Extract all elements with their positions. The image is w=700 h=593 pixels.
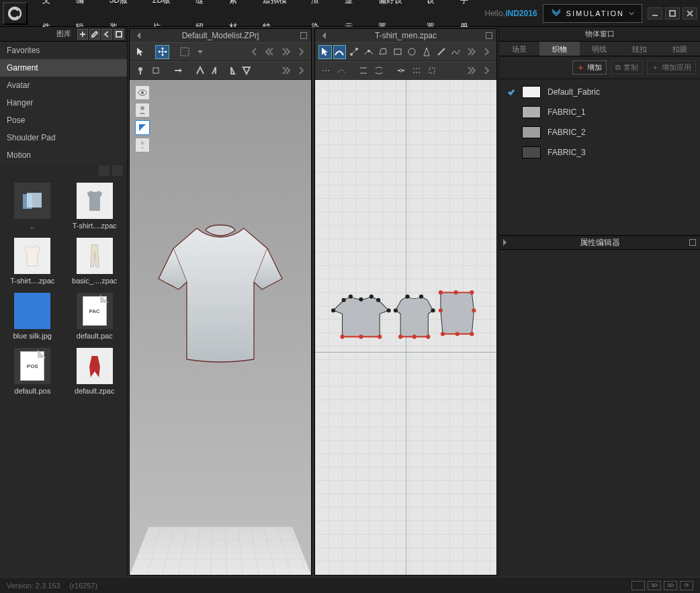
nav2b-next2-icon[interactable] — [464, 64, 478, 78]
align-tool-icon[interactable] — [171, 64, 185, 78]
fold-tool2-icon[interactable] — [208, 64, 222, 78]
nav-next-icon[interactable] — [294, 45, 308, 59]
library-item-default-pac[interactable]: PAC default.pac — [65, 293, 125, 340]
nav-next4-icon[interactable] — [294, 64, 308, 78]
library-item-default-zpac[interactable]: default.zpac — [65, 348, 125, 395]
maximize-viewport-icon[interactable] — [300, 32, 307, 39]
viewport-3d-canvas[interactable] — [130, 80, 311, 575]
maximize-viewport-2d-icon[interactable] — [486, 32, 492, 39]
pattern-pieces[interactable] — [330, 283, 482, 345]
edit-curve-tool-icon[interactable] — [333, 45, 347, 59]
library-edit-button[interactable] — [89, 29, 100, 40]
tab-fabric[interactable]: 织物 — [539, 42, 580, 56]
sew-tool6-icon[interactable] — [409, 64, 423, 78]
check-icon[interactable] — [507, 148, 515, 156]
polygon-tool-icon[interactable] — [376, 45, 390, 59]
library-add-button[interactable] — [77, 29, 88, 40]
category-favorites[interactable]: Favorites — [0, 42, 127, 59]
sew-tool1-icon[interactable] — [318, 64, 333, 78]
check-icon[interactable] — [507, 88, 515, 96]
nav2-next-icon[interactable] — [479, 45, 493, 59]
library-item-pants[interactable]: basic_....zpac — [65, 238, 125, 285]
nav2-next2-icon[interactable] — [464, 45, 478, 59]
expand-property-icon[interactable] — [503, 239, 510, 246]
add-point-tool-icon[interactable] — [347, 45, 361, 59]
fabric-swatch[interactable] — [522, 106, 541, 118]
freeline-tool-icon[interactable] — [449, 45, 462, 59]
fabric-swatch[interactable] — [522, 86, 541, 98]
rect-tool-icon[interactable] — [391, 45, 404, 59]
tack-tool-icon[interactable] — [148, 64, 163, 78]
show-garment-icon[interactable] — [135, 85, 150, 100]
add-fabric-button[interactable]: ＋增加 — [572, 60, 607, 75]
sew-tool7-icon[interactable] — [425, 64, 439, 78]
sew-tool4-icon[interactable] — [371, 64, 386, 78]
user-name[interactable]: iND2016 — [505, 9, 537, 18]
move-tool-icon[interactable] — [155, 45, 169, 59]
fold-tool1-icon[interactable] — [193, 64, 207, 78]
line-tool-icon[interactable] — [435, 45, 448, 59]
fabric-swatch[interactable] — [522, 146, 541, 158]
pin-tool-icon[interactable] — [133, 64, 147, 78]
curve-point-tool-icon[interactable] — [362, 45, 376, 59]
viewport-2d-canvas[interactable] — [315, 80, 496, 575]
sew-tool2-icon[interactable] — [334, 64, 348, 78]
nav-prev2-icon[interactable] — [263, 45, 277, 59]
circle-tool-icon[interactable] — [406, 45, 419, 59]
fabric-row-1[interactable]: FABRIC_1 — [499, 102, 700, 122]
view-btn-refresh[interactable]: ⟳ — [680, 581, 693, 590]
tshirt-3d-model[interactable] — [153, 218, 288, 373]
dart-tool-icon[interactable] — [420, 45, 433, 59]
show-texture-icon[interactable] — [135, 120, 150, 135]
refresh-icon[interactable] — [99, 165, 110, 176]
category-avatar[interactable]: Avatar — [0, 77, 127, 94]
fold-tool4-icon[interactable] — [239, 64, 253, 78]
minimize-button[interactable] — [648, 7, 662, 19]
add-apply-fabric-button[interactable]: ＋增加应用 — [647, 60, 696, 75]
show-avatar-icon[interactable] — [135, 103, 150, 118]
simulation-button[interactable]: SIMULATION — [543, 4, 642, 23]
library-item-default-pos[interactable]: POS default.pos — [3, 348, 62, 395]
maximize-button[interactable] — [665, 7, 680, 19]
view-btn-3d[interactable]: 3D — [648, 581, 661, 590]
library-item-blue-silk[interactable]: blue silk.jpg — [3, 293, 62, 340]
select-tool-icon[interactable] — [133, 45, 147, 59]
tab-topstitch[interactable]: 明线 — [580, 42, 620, 56]
detach-property-icon[interactable] — [689, 239, 696, 246]
tab-buttonhole[interactable]: 扣眼 — [660, 42, 700, 56]
library-minimize-button[interactable] — [114, 29, 124, 40]
nav-next2-icon[interactable] — [278, 45, 292, 59]
nav2b-next-icon[interactable] — [479, 64, 493, 78]
sew-tool5-icon[interactable] — [394, 64, 408, 78]
check-icon[interactable] — [507, 108, 515, 116]
fabric-row-default[interactable]: Default_Fabric — [499, 82, 700, 102]
close-button[interactable] — [683, 7, 697, 19]
fold-tool3-icon[interactable] — [224, 64, 238, 78]
collapse-2d-icon[interactable] — [319, 32, 326, 39]
category-hanger[interactable]: Hanger — [0, 94, 127, 111]
nav-next3-icon[interactable] — [278, 64, 292, 78]
library-back-button[interactable] — [101, 29, 112, 40]
view-btn-1[interactable] — [631, 581, 645, 590]
category-pose[interactable]: Pose — [0, 111, 127, 129]
library-item-tshirt-grey[interactable]: T-shirt....zpac — [65, 183, 125, 230]
nav-prev-icon[interactable] — [247, 45, 261, 59]
dropdown-icon[interactable] — [193, 45, 207, 59]
category-shoulder-pad[interactable]: Shoulder Pad — [0, 129, 127, 146]
category-garment[interactable]: Garment — [0, 59, 127, 77]
list-view-icon[interactable] — [112, 165, 123, 176]
check-icon[interactable] — [507, 128, 515, 136]
fabric-row-3[interactable]: FABRIC_3 — [499, 142, 700, 163]
fabric-row-2[interactable]: FABRIC_2 — [499, 122, 700, 142]
category-motion[interactable]: Motion — [0, 146, 127, 164]
copy-fabric-button[interactable]: ⧉复制 — [611, 60, 643, 75]
tab-button[interactable]: 纽扣 — [619, 42, 660, 56]
marquee-tool-icon[interactable] — [177, 45, 191, 59]
collapse-icon[interactable] — [134, 32, 140, 39]
view-btn-2d[interactable]: 2D — [664, 581, 677, 590]
show-bones-icon[interactable] — [135, 138, 150, 152]
library-item-tshirt-white[interactable]: T-shirt....zpac — [3, 238, 62, 285]
library-item-up[interactable]: .. — [3, 183, 62, 230]
tab-scene[interactable]: 场景 — [499, 42, 539, 56]
fabric-swatch[interactable] — [522, 126, 541, 138]
